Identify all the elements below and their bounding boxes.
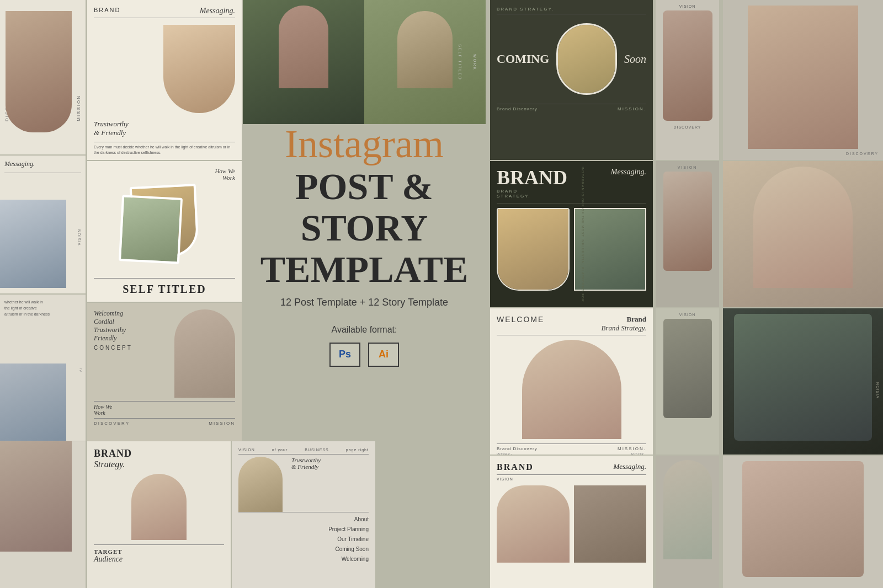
card-self-titled: How We Work SELF TITLED (87, 161, 242, 302)
card-right-middle-large (723, 161, 883, 307)
format-ai-badge[interactable]: Ai (368, 343, 399, 367)
card-right-forest: VISION (723, 308, 883, 455)
card-welcome: WELCOME Brand Brand Strategy. Brand Disc… (490, 308, 653, 455)
card-concept: Welcoming Cordial Trustworthy Friendly C… (87, 303, 242, 441)
card-right-top-large: DISCOVERY (723, 0, 883, 160)
body-text: Every man must decide whether he will wa… (94, 145, 235, 156)
card-right-strip-1: VISION DISCOVERY (656, 0, 719, 160)
format-label: Available format: (332, 325, 397, 335)
card-bottom-left (0, 441, 86, 588)
card-brand-messaging-bottom: BRAND Messaging. VISION (490, 456, 653, 588)
card-right-strip-2: VISION (656, 161, 719, 307)
card-lower-left-strip: whether he will walk in the light of cre… (0, 295, 86, 441)
card-brand-messaging: BRAND Messaging. Trustworthy & Friendly … (87, 0, 242, 160)
hero-section: Instagram POST & STORY TEMPLATE 12 Post … (232, 121, 497, 370)
card-brand-strategy-bottom: BRAND Strategy. TARGET Audience (87, 441, 231, 588)
card-brand-dark: BRAND BRAND STRATEGY. Messaging. INSTAGR… (490, 161, 653, 307)
card-messaging-left: Messaging. VISION (0, 156, 86, 293)
hero-subtitle: 12 Post Template + 12 Story Template (280, 297, 448, 308)
self-titled-label: SELF TITLED (94, 283, 235, 296)
main-container: CONCEPT Discovery Mission BRAND Messagin… (0, 0, 883, 588)
card-right-bottom-large (723, 456, 883, 588)
brand-label: BRAND (94, 7, 121, 13)
hero-title-script: Instagram (285, 124, 444, 164)
mission-label-side: Mission (76, 95, 81, 121)
card-right-strip-4 (656, 456, 719, 588)
hero-title-main: POST & STORY TEMPLATE (232, 166, 497, 290)
card-coming-soon: BRAND STRATEGY. COMING Soon Brand Discov… (490, 0, 653, 160)
card-top-photos: WORK SELF TITLED (243, 0, 486, 124)
format-badges: Ps Ai (329, 343, 399, 367)
card-vision-business: VISION of your BUSINESS page right Trust… (232, 441, 375, 588)
tagline: Trustworthy & Friendly (94, 120, 235, 137)
card-top-left: Discovery Mission (0, 0, 86, 154)
card-right-strip-3: VISION (656, 308, 719, 455)
format-ps-badge[interactable]: Ps (329, 343, 360, 367)
messaging-label: Messaging. (200, 7, 235, 15)
